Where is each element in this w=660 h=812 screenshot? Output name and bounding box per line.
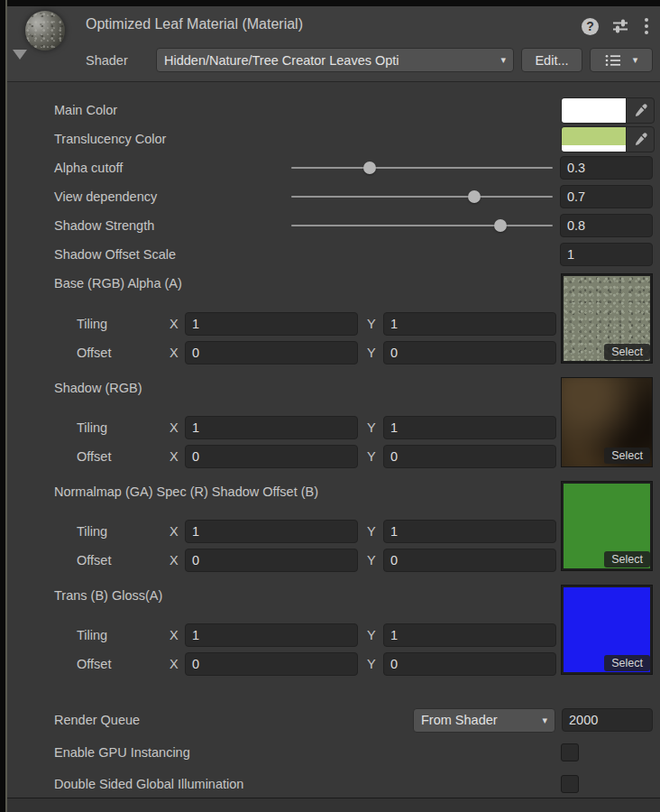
base-offset-y-field[interactable] [383,341,556,364]
trans-texture-select-button[interactable]: Select [604,655,650,671]
y-axis-label: Y [367,628,376,642]
material-title: Optimized Leaf Material (Material) [86,16,303,32]
render-queue-value[interactable] [562,708,653,732]
y-axis-label: Y [367,449,376,464]
y-axis-label: Y [367,657,376,671]
normalmap-tiling-y-field[interactable] [383,520,556,543]
main-color-field[interactable] [561,97,655,124]
main-color-alpha-bar [562,116,626,123]
translucency-color-swatch[interactable] [562,127,627,152]
main-color-value [562,98,626,116]
x-axis-label: X [170,346,179,360]
offset-label: Offset [77,657,111,671]
x-axis-label: X [170,449,179,464]
offset-label: Offset [77,346,111,360]
render-queue-label: Render Queue [54,713,140,727]
shadow-offset-x-field[interactable] [185,445,358,468]
shadow-offset-scale-value[interactable] [560,243,653,266]
normalmap-tiling-x-field[interactable] [185,520,358,543]
base-offset-x-field[interactable] [185,341,358,364]
offset-label: Offset [77,553,111,567]
shadow-texture-select-button[interactable]: Select [604,448,650,464]
shadow-tiling-y-field[interactable] [383,416,556,439]
translucency-color-field[interactable] [561,126,655,152]
offset-label: Offset [77,449,111,464]
slider-track [291,167,553,169]
normalmap-offset-x-field[interactable] [185,549,358,572]
material-header: Optimized Leaf Material (Material) ? Sha… [7,6,660,82]
shader-dropdown[interactable]: Hidden/Nature/Tree Creator Leaves Opti ▾ [156,48,514,72]
normalmap-texture-label: Normalmap (GA) Spec (R) Shadow Offset (B… [54,484,318,499]
list-icon [605,54,621,67]
alpha-cutoff-value[interactable] [560,156,653,180]
view-dependency-value[interactable] [560,185,653,208]
shader-dropdown-value: Hidden/Nature/Tree Creator Leaves Opti [164,53,399,68]
shadow-offset-y-field[interactable] [383,445,556,468]
trans-offset-x-field[interactable] [185,652,358,676]
x-axis-label: X [170,524,179,539]
normalmap-offset-y-field[interactable] [383,549,556,572]
shadow-offset-scale-label: Shadow Offset Scale [54,247,176,262]
main-color-label: Main Color [54,103,117,117]
slider-thumb[interactable] [494,219,507,232]
slider-track [291,225,553,226]
sphere-texture [25,11,65,51]
slider-thumb[interactable] [468,190,481,203]
view-dependency-slider[interactable] [291,184,553,209]
eyedropper-icon[interactable] [627,127,654,152]
eyedropper-icon[interactable] [627,98,654,123]
x-axis-label: X [170,420,179,435]
trans-tiling-x-field[interactable] [185,623,358,647]
alpha-cutoff-slider[interactable] [291,155,553,180]
render-queue-dropdown-value: From Shader [421,713,498,727]
more-options-icon[interactable] [642,17,651,35]
render-queue-dropdown[interactable]: From Shader ▾ [413,708,555,733]
tiling-label: Tiling [77,628,107,642]
base-tiling-x-field[interactable] [185,312,358,336]
x-axis-label: X [170,657,179,671]
x-axis-label: X [170,553,179,567]
shader-utility-button[interactable]: ▾ [590,48,653,72]
alpha-cutoff-label: Alpha cutoff [54,161,123,175]
trans-tiling-y-field[interactable] [383,623,556,647]
x-axis-label: X [170,628,179,642]
view-dependency-label: View dependency [54,189,157,204]
double-sided-gi-label: Double Sided Global Illumination [54,777,243,791]
y-axis-label: Y [367,346,376,360]
chevron-down-icon: ▾ [500,54,506,66]
trans-texture-label: Trans (B) Gloss(A) [54,588,162,603]
normalmap-texture-select-button[interactable]: Select [604,551,650,567]
shadow-strength-label: Shadow Strength [54,218,154,233]
base-tiling-y-field[interactable] [383,312,556,336]
y-axis-label: Y [367,553,376,567]
panel-footer [7,798,660,812]
y-axis-label: Y [367,420,376,435]
base-texture-select-button[interactable]: Select [604,344,650,360]
chevron-down-icon: ▾ [542,715,547,726]
double-sided-gi-checkbox[interactable] [561,775,579,793]
inspector-panel: Optimized Leaf Material (Material) ? Sha… [7,6,660,812]
slider-track [291,196,553,198]
shadow-texture-label: Shadow (RGB) [54,381,142,395]
gpu-instancing-label: Enable GPU Instancing [54,745,190,760]
tiling-label: Tiling [77,420,107,435]
main-color-swatch[interactable] [562,98,627,123]
tiling-label: Tiling [77,317,107,331]
trans-offset-y-field[interactable] [383,652,556,676]
shadow-tiling-x-field[interactable] [185,416,358,439]
base-texture-label: Base (RGB) Alpha (A) [54,276,182,291]
preview-foldout-icon[interactable] [13,50,27,60]
shadow-strength-value[interactable] [560,214,653,237]
presets-icon[interactable] [611,17,629,35]
translucency-color-alpha-bar [562,145,626,152]
x-axis-label: X [170,317,179,331]
slider-thumb[interactable] [363,161,376,174]
chevron-down-icon: ▾ [633,54,638,66]
edit-shader-button[interactable]: Edit... [521,48,582,72]
shadow-strength-slider[interactable] [291,213,553,238]
translucency-color-label: Translucency Color [54,132,166,146]
gpu-instancing-checkbox[interactable] [561,743,579,761]
help-icon[interactable]: ? [582,18,599,35]
y-axis-label: Y [367,524,376,539]
shader-label: Shader [86,53,156,68]
